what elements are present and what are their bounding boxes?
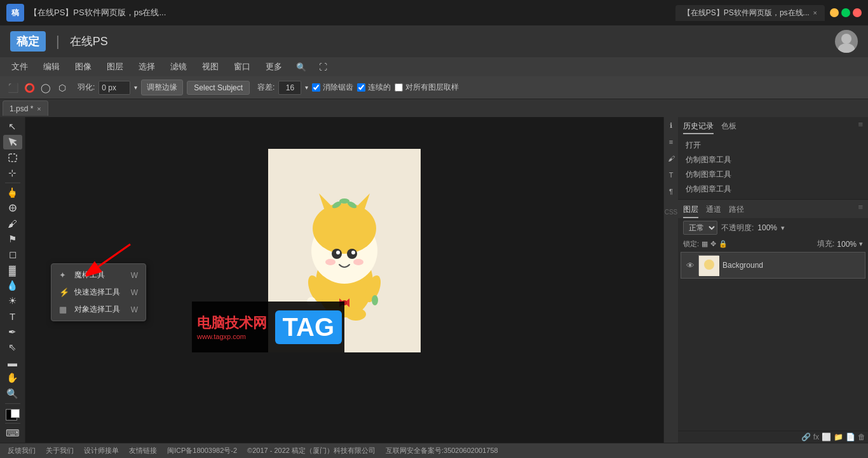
all-layers-checkbox-group: 对所有图层取样 — [395, 82, 459, 93]
zoom-tool-btn[interactable]: 🔍 — [3, 387, 22, 401]
gradient-tool-btn[interactable]: ▓ — [3, 263, 22, 277]
tab-swatches[interactable]: 色板 — [721, 120, 736, 134]
panel-adjust-icon[interactable]: ≡ — [665, 136, 677, 148]
toolbar: ⬛ ⭕ ◯ ⬡ 羽化: ▾ 调整边缘 Select Subject 容差: ▾ … — [0, 76, 868, 99]
object-select-tool-item[interactable]: ▦ 对象选择工具 W — [51, 301, 146, 318]
panel-brush-icon[interactable]: 🖌 — [665, 153, 677, 164]
tab-layers[interactable]: 图层 — [683, 202, 698, 218]
tab-channels[interactable]: 通道 — [706, 202, 721, 218]
menu-filter[interactable]: 滤镜 — [164, 59, 193, 75]
title-tab[interactable]: 【在线PS】PS软件网页版，ps在线... × — [675, 5, 825, 21]
contiguous-checkbox[interactable] — [357, 83, 365, 92]
svg-point-19 — [351, 251, 355, 254]
lock-all-icon[interactable]: 🔒 — [719, 240, 728, 248]
lasso-tool[interactable]: ◯ — [38, 80, 53, 95]
tab-close-icon[interactable]: × — [813, 9, 817, 17]
watermark-sub-text: www.tagxp.com — [197, 333, 270, 340]
blend-mode-select[interactable]: 正常 — [683, 221, 717, 235]
menu-window[interactable]: 窗口 — [227, 59, 257, 75]
menu-view[interactable]: 视图 — [196, 59, 225, 75]
clone-tool-btn[interactable]: ⚑ — [3, 232, 22, 246]
antialias-checkbox[interactable] — [312, 83, 320, 92]
opacity-dropdown[interactable]: ▾ — [781, 224, 785, 232]
healing-tool-btn[interactable] — [3, 201, 22, 215]
adjust-edge-button[interactable]: 调整边缘 — [141, 80, 183, 95]
pen-tool-btn[interactable]: ✒ — [3, 324, 22, 338]
hand-tool-btn[interactable]: ✋ — [3, 371, 22, 385]
background-color[interactable] — [11, 409, 20, 418]
panel-text-icon[interactable]: T — [665, 169, 677, 181]
delete-layer-icon[interactable]: 🗑 — [858, 433, 865, 441]
tolerance-input[interactable] — [278, 81, 301, 95]
search-icon[interactable]: 🔍 — [291, 60, 311, 74]
menu-layer[interactable]: 图层 — [100, 59, 130, 75]
lock-pixels-icon[interactable]: ▦ — [702, 240, 708, 248]
history-item-clone3[interactable]: 仿制图章工具 — [683, 182, 863, 197]
maximize-button[interactable] — [841, 8, 850, 17]
menu-edit[interactable]: 编辑 — [37, 59, 66, 75]
quick-select-label: 快速选择工具 — [74, 287, 120, 298]
new-layer-icon[interactable]: 📄 — [846, 433, 855, 441]
eyedropper-tool-btn[interactable]: 🖕 — [3, 186, 22, 200]
object-select-label: 对象选择工具 — [74, 304, 120, 315]
user-avatar[interactable] — [835, 30, 858, 53]
tab-history[interactable]: 历史记录 — [683, 120, 714, 134]
document-tab[interactable]: 1.psd * × — [3, 101, 48, 116]
rect-marquee-tool[interactable]: ⬛ — [5, 80, 20, 95]
polygon-lasso-tool[interactable]: ⬡ — [55, 80, 70, 95]
fill-dropdown[interactable]: ▾ — [859, 240, 863, 248]
add-style-icon[interactable]: fx — [813, 433, 819, 441]
history-panel-options[interactable]: ≡ — [858, 120, 863, 134]
add-mask-icon[interactable]: ⬜ — [822, 433, 831, 441]
tab-close-btn[interactable]: × — [37, 105, 41, 113]
selection-tool-btn[interactable] — [3, 135, 22, 149]
contiguous-label: 连续的 — [368, 82, 391, 93]
all-layers-checkbox[interactable] — [395, 83, 403, 92]
layer-visibility-icon[interactable]: 👁 — [686, 261, 695, 270]
minimize-button[interactable] — [830, 8, 839, 17]
main-layout: ↖ ⊹ 🖕 🖌 ⚑ ◻ ▓ 💧 ☀ T ✒ ⇖ ▬ ✋ 🔍 ⌨ — [0, 117, 868, 443]
new-group-icon[interactable]: 📁 — [834, 433, 843, 441]
eraser-tool-btn[interactable]: ◻ — [3, 247, 22, 261]
menu-file[interactable]: 文件 — [5, 59, 34, 75]
shape-tool-btn[interactable]: ▬ — [3, 356, 22, 370]
history-item-open[interactable]: 打开 — [683, 138, 863, 153]
crop-tool-btn[interactable]: ⊹ — [3, 166, 22, 180]
menu-more[interactable]: 更多 — [259, 59, 288, 75]
keyboard-shortcuts-btn[interactable]: ⌨ — [3, 426, 22, 440]
panel-info-icon[interactable]: ℹ — [665, 120, 677, 131]
footer-about[interactable]: 关于我们 — [46, 446, 74, 455]
link-layers-icon[interactable]: 🔗 — [801, 433, 811, 441]
dodge-tool-btn[interactable]: ☀ — [3, 294, 22, 308]
lock-label: 锁定: — [683, 239, 699, 249]
layer-panel-options[interactable]: ≡ — [858, 202, 863, 218]
feather-dropdown-arrow[interactable]: ▾ — [134, 84, 137, 91]
ellipse-marquee-tool[interactable]: ⭕ — [22, 80, 37, 95]
lock-move-icon[interactable]: ✥ — [710, 240, 716, 248]
layer-item-background[interactable]: 👁 Background — [681, 252, 865, 279]
close-button[interactable] — [853, 8, 862, 17]
move-tool-btn[interactable]: ↖ — [3, 120, 22, 134]
history-item-clone1[interactable]: 仿制图章工具 — [683, 153, 863, 167]
text-tool-btn[interactable]: T — [3, 309, 22, 323]
footer-links[interactable]: 友情链接 — [129, 446, 157, 455]
expand-icon[interactable]: ⛶ — [314, 60, 332, 74]
tolerance-dropdown-arrow[interactable]: ▾ — [305, 84, 308, 91]
path-tool-btn[interactable]: ⇖ — [3, 340, 22, 354]
quick-select-tool-item[interactable]: ⚡ 快速选择工具 W — [51, 284, 146, 301]
color-swatch[interactable] — [3, 406, 22, 420]
footer-designer[interactable]: 设计师接单 — [84, 446, 119, 455]
history-panel: 历史记录 色板 ≡ 打开 仿制图章工具 仿制图章工具 仿制图章工具 — [678, 117, 868, 200]
blur-tool-btn[interactable]: 💧 — [3, 279, 22, 293]
lasso-tool-btn[interactable] — [3, 151, 22, 165]
canvas-area: ✦ 魔棒工具 W ⚡ 快速选择工具 W ▦ 对象选择工具 W — [25, 117, 663, 443]
panel-para-icon[interactable]: ¶ — [665, 186, 677, 197]
footer-feedback[interactable]: 反馈我们 — [8, 446, 36, 455]
brush-tool-btn[interactable]: 🖌 — [3, 216, 22, 230]
history-item-clone2[interactable]: 仿制图章工具 — [683, 167, 863, 182]
select-subject-button[interactable]: Select Subject — [187, 81, 250, 95]
menu-select[interactable]: 选择 — [132, 59, 161, 75]
feather-input[interactable] — [98, 81, 130, 95]
tab-paths[interactable]: 路径 — [729, 202, 744, 218]
menu-image[interactable]: 图像 — [69, 59, 98, 75]
